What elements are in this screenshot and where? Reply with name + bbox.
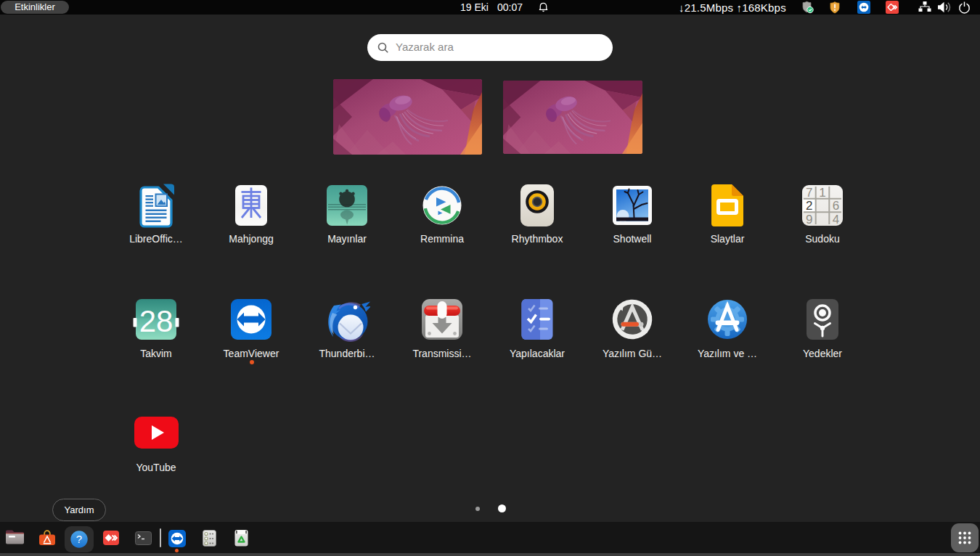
svg-text:6: 6 [833,199,839,213]
svg-text:2: 2 [806,199,812,213]
svg-text:?: ? [76,533,82,545]
svg-text:7: 7 [806,186,812,200]
svg-text:9: 9 [806,213,812,226]
svg-text:1: 1 [819,186,825,200]
svg-text:28: 28 [139,304,173,338]
svg-text:4: 4 [833,213,839,226]
